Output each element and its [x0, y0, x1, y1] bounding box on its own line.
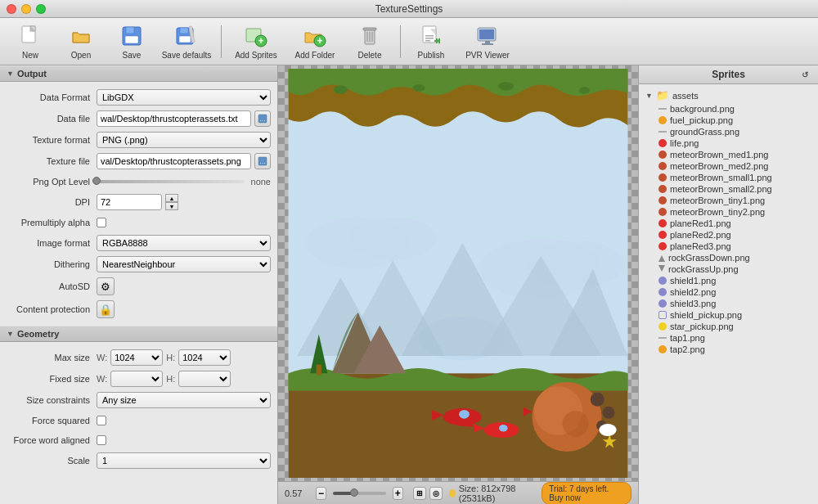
max-size-w-select[interactable]: 1024: [110, 349, 163, 366]
save-button[interactable]: Save: [108, 21, 155, 62]
sprites-folder-assets[interactable]: ▼ 📁 assets: [639, 88, 818, 103]
size-label: Size: 812x798 (2531kB): [459, 484, 536, 503]
list-item[interactable]: meteorBrown_tiny2.png: [639, 206, 818, 218]
sprites-refresh-button[interactable]: ↺: [798, 70, 811, 79]
premultiply-checkbox[interactable]: [97, 218, 106, 227]
list-item[interactable]: shield1.png: [639, 275, 818, 286]
dpi-input[interactable]: [97, 194, 162, 210]
list-item[interactable]: tap2.png: [639, 344, 818, 355]
output-section-header[interactable]: ▼ Output: [0, 65, 277, 82]
add-folder-button[interactable]: + Add Folder: [287, 21, 343, 62]
sprite-dash-icon: [658, 108, 667, 110]
sprite-dot-icon: [658, 219, 667, 227]
list-item[interactable]: meteorBrown_tiny1.png: [639, 195, 818, 206]
sprite-dot-icon: [658, 162, 667, 170]
png-opt-slider[interactable]: [97, 180, 245, 183]
trial-badge[interactable]: Trial: 7 days left. Buy now: [542, 482, 631, 505]
sprites-list[interactable]: ▼ 📁 assets background.png fuel_pickup.pn…: [639, 84, 818, 504]
list-item[interactable]: planeRed3.png: [639, 241, 818, 252]
data-file-field[interactable]: wal/Desktop/thrustcopterassets.txt: [97, 110, 251, 127]
force-word-checkbox[interactable]: [97, 435, 106, 445]
texture-format-row: Texture format PNG (.png): [0, 129, 277, 151]
fit-button[interactable]: ⊞: [413, 487, 426, 500]
sprite-dot-icon: [658, 299, 667, 308]
fixed-size-h-select[interactable]: [178, 371, 231, 387]
maximize-button[interactable]: [36, 4, 46, 14]
list-item[interactable]: background.png: [639, 103, 818, 115]
list-item[interactable]: shield3.png: [639, 298, 818, 309]
list-item[interactable]: meteorBrown_small2.png: [639, 183, 818, 195]
force-squared-checkbox[interactable]: [97, 416, 106, 425]
svg-rect-27: [482, 43, 493, 45]
center-button[interactable]: ◎: [429, 487, 443, 500]
scale-row: Scale 1: [0, 450, 277, 471]
folder-expand-arrow: ▼: [645, 92, 653, 100]
sprite-dot-icon: [658, 288, 667, 296]
pvr-viewer-button[interactable]: PVR Viewer: [458, 21, 517, 62]
data-file-browse-button[interactable]: …: [254, 110, 271, 127]
save-defaults-button[interactable]: Save defaults: [159, 21, 214, 62]
minimize-button[interactable]: [21, 4, 31, 14]
size-constraints-select[interactable]: Any size: [97, 392, 271, 408]
dithering-select[interactable]: NearestNeighbour: [97, 256, 271, 272]
output-form: Data Format LibGDX Data file wal/Desktop…: [0, 82, 277, 326]
force-squared-control: [97, 416, 271, 425]
list-item[interactable]: shield2.png: [639, 286, 818, 298]
list-item[interactable]: meteorBrown_small1.png: [639, 172, 818, 183]
zoom-slider[interactable]: [333, 492, 385, 495]
dithering-row: Dithering NearestNeighbour: [0, 254, 277, 275]
list-item[interactable]: meteorBrown_med1.png: [639, 149, 818, 160]
image-format-select[interactable]: RGBA8888: [97, 235, 271, 251]
premultiply-control: [97, 218, 271, 227]
dpi-label: DPI: [7, 197, 97, 207]
add-sprites-button[interactable]: + Add Sprites: [228, 21, 284, 62]
texture-format-select[interactable]: PNG (.png): [97, 132, 271, 148]
texture-file-browse-button[interactable]: …: [254, 153, 271, 169]
list-item[interactable]: planeRed1.png: [639, 218, 818, 229]
geometry-section-header[interactable]: ▼ Geometry: [0, 326, 277, 342]
dpi-increment[interactable]: ▲: [165, 194, 178, 202]
autosd-gear-button[interactable]: ⚙: [97, 277, 115, 295]
autosd-row: AutoSD ⚙: [0, 275, 277, 298]
canvas-area[interactable]: [278, 65, 638, 481]
list-item[interactable]: meteorBrown_med2.png: [639, 160, 818, 172]
dpi-control: ▲ ▼: [97, 194, 271, 210]
delete-button[interactable]: Delete: [346, 21, 393, 62]
list-item[interactable]: groundGrass.png: [639, 126, 818, 137]
scale-select[interactable]: 1: [97, 452, 271, 469]
list-item[interactable]: tap1.png: [639, 332, 818, 344]
zoom-out-button[interactable]: −: [316, 487, 326, 500]
fixed-size-w-select[interactable]: [110, 371, 163, 387]
list-item[interactable]: life.png: [639, 137, 818, 149]
svg-point-69: [591, 393, 605, 407]
fixed-size-h-label: H:: [166, 374, 175, 384]
new-button[interactable]: New: [7, 21, 54, 62]
list-item[interactable]: rockGrassUp.png: [639, 263, 818, 275]
list-item[interactable]: shield_pickup.png: [639, 309, 818, 321]
center-panel: 0.57 − + ⊞ ◎ Size: 812x798 (2531kB) Tria…: [278, 65, 638, 504]
data-format-select[interactable]: LibGDX: [97, 89, 271, 106]
max-size-inputs: W: 1024 H: 1024: [97, 349, 231, 366]
data-format-control: LibGDX: [97, 89, 271, 106]
content-protection-lock-button[interactable]: 🔒: [97, 300, 115, 318]
list-item[interactable]: planeRed2.png: [639, 229, 818, 241]
sprites-header: Sprites ↺: [639, 65, 818, 84]
list-item[interactable]: rockGrassDown.png: [639, 252, 818, 263]
image-format-control: RGBA8888: [97, 235, 271, 251]
fixed-size-control: W: H:: [97, 371, 271, 387]
open-button[interactable]: Open: [57, 21, 105, 62]
publish-button[interactable]: Publish: [407, 21, 455, 62]
pvr-viewer-icon: [474, 23, 501, 49]
max-size-h-select[interactable]: 1024: [178, 349, 231, 366]
texture-file-field[interactable]: val/Desktop/thrustcopterassets.png: [97, 153, 251, 169]
list-item[interactable]: fuel_pickup.png: [639, 115, 818, 126]
publish-label: Publish: [418, 51, 445, 60]
sprite-dot-icon: [658, 231, 667, 239]
zoom-in-button[interactable]: +: [393, 487, 403, 500]
dpi-decrement[interactable]: ▼: [165, 202, 178, 210]
trial-label: Trial: 7 days left. Buy now: [549, 484, 609, 502]
close-button[interactable]: [7, 4, 16, 14]
list-item[interactable]: star_pickup.png: [639, 321, 818, 332]
save-icon: [119, 23, 145, 49]
sprite-dot-icon: [658, 185, 667, 193]
